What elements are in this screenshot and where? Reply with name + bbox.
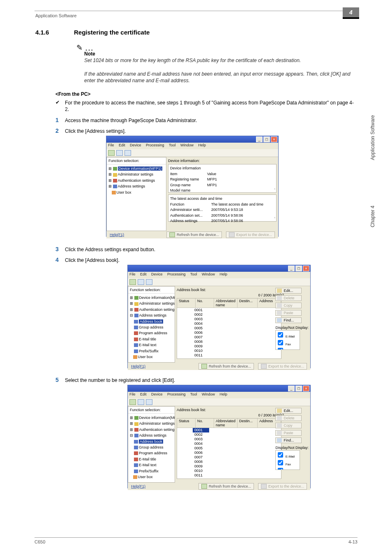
list-row[interactable]: 0001 [177,428,281,432]
edit-button[interactable]: Edit... [275,408,302,414]
help-link[interactable]: Help(F1) [131,484,145,488]
menu-file[interactable]: File [129,272,136,276]
tree-email-title[interactable]: E-Mail title [130,456,173,462]
list-row[interactable]: 0012 [177,358,281,359]
help-link[interactable]: Help(F1) [110,233,124,237]
list-row[interactable]: 0002 [177,312,281,317]
menu-help[interactable]: Help [220,392,228,396]
list-row[interactable]: 0003 [177,437,281,442]
toolbar-icon-3[interactable] [125,150,131,156]
menu-tool[interactable]: Tool [190,272,197,276]
help-link[interactable]: Help(F1) [131,364,145,368]
minimize-button[interactable]: _ [288,386,295,391]
toolbar-icon-3[interactable] [146,399,152,405]
menu-processing[interactable]: Processing [167,392,186,396]
menu-tool[interactable]: Tool [169,143,176,147]
export-button[interactable]: Export to the device... [226,231,275,238]
tree-program-address[interactable]: Program address [130,450,173,456]
list-row[interactable]: 0006 [177,451,281,455]
toolbar-icon-1[interactable] [129,279,136,285]
copy-button[interactable]: Copy [275,303,302,308]
tree-auth-settings[interactable]: ⊞ Authentication settings [130,427,173,432]
list-row[interactable]: 0006 [177,331,281,335]
menu-window[interactable]: Window [180,143,194,147]
tree-group-address[interactable]: Group address [130,324,173,330]
edit-button[interactable]: Edit... [275,288,302,294]
display-filter-list[interactable]: E-Mail Fax FTP SMB [275,330,300,350]
export-button[interactable]: Export to the device... [258,483,307,490]
menu-help[interactable]: Help [198,143,206,147]
tree-auth-settings[interactable]: ⊞ Authentication settings [130,307,173,312]
col-destination[interactable]: Destin... [238,298,258,308]
refresh-button[interactable]: Refresh from the device... [166,231,222,238]
list-row[interactable]: 0003 [177,317,281,321]
tree-email-title[interactable]: E-Mail title [130,336,173,342]
list-row[interactable]: 0007 [177,455,281,460]
minimize-button[interactable]: _ [288,266,295,271]
tree-user-box[interactable]: User box [130,354,173,360]
col-status[interactable]: Status [177,419,196,428]
menu-edit[interactable]: Edit [119,143,125,147]
tree-auth-settings[interactable]: ⊞ Authentication settings [108,178,164,183]
menu-file[interactable]: File [129,392,136,396]
tree-email-text[interactable]: E-Mail text [130,342,173,348]
list-row[interactable]: 0012 [177,478,281,479]
tree-device-info[interactable]: ⊞ Device information(MFP1) [108,166,164,171]
scroll-right-icon[interactable]: › [274,215,275,220]
list-row[interactable]: 0007 [177,335,281,340]
tree-address-settings[interactable]: ⊟ Address settings [130,432,173,438]
delete-button[interactable]: Delete [275,295,302,301]
chk-email[interactable] [278,332,283,338]
list-row[interactable]: 0008 [177,340,281,344]
chk-fax[interactable] [278,340,283,345]
maximize-button[interactable]: □ [295,266,302,271]
tree-group-address[interactable]: Group address [130,444,173,450]
menu-device[interactable]: Device [151,392,163,396]
list-row[interactable]: 0009 [177,344,281,349]
tree-prefix-suffix[interactable]: Prefix/Suffix [130,468,173,474]
tree-admin-settings[interactable]: ⊞ Administrator settings [130,421,173,426]
minimize-button[interactable]: _ [256,136,263,142]
paste-button[interactable]: Paste [275,310,302,316]
display-filter-list[interactable]: E-Mail Fax FTP SMB [275,450,300,470]
close-button[interactable]: × [303,386,309,391]
refresh-button[interactable]: Refresh from the device... [198,363,254,370]
tree-device-info[interactable]: ⊞ Device information(MFP1) [130,295,173,301]
list-row[interactable]: 0005 [177,326,281,331]
col-abbr-name[interactable]: Abbreviated name [214,419,238,428]
list-row[interactable]: 0010 [177,469,281,473]
menu-tool[interactable]: Tool [190,392,197,396]
menu-edit[interactable]: Edit [140,272,147,276]
col-no[interactable]: No. [196,298,214,308]
list-row[interactable]: 0004 [177,442,281,446]
col-destination[interactable]: Destin... [238,419,258,428]
tree-prefix-suffix[interactable]: Prefix/Suffix [130,348,173,354]
maximize-button[interactable]: □ [263,136,270,142]
menu-device[interactable]: Device [151,272,163,276]
scroll-right-icon[interactable]: › [274,187,275,192]
tree-program-address[interactable]: Program address [130,330,173,336]
list-row[interactable]: 0008 [177,460,281,464]
export-button[interactable]: Export to the device... [258,363,307,370]
list-row[interactable]: 0005 [177,446,281,451]
tree-user-box[interactable]: User box [130,474,173,480]
toolbar-icon-1[interactable] [108,150,115,156]
list-row[interactable]: 0002 [177,432,281,437]
copy-button[interactable]: Copy [275,423,302,428]
list-row[interactable]: 0011 [177,353,281,358]
tree-email-text[interactable]: E-Mail text [130,462,173,468]
delete-button[interactable]: Delete [275,415,302,421]
refresh-button[interactable]: Refresh from the device... [198,483,254,490]
toolbar-icon-2[interactable] [138,279,144,285]
paste-button[interactable]: Paste [275,430,302,436]
list-row[interactable]: 0009 [177,464,281,469]
toolbar-icon-2[interactable] [138,399,144,405]
menu-window[interactable]: Window [202,272,215,276]
find-button[interactable]: Find... [275,437,302,443]
col-abbr-name[interactable]: Abbreviated name [214,298,238,308]
col-status[interactable]: Status [177,298,196,308]
tree-address-book[interactable]: Address book [130,319,173,324]
tree-address-settings[interactable]: ⊟ Address settings [130,312,173,318]
close-button[interactable]: × [303,266,309,271]
chk-ftp[interactable] [278,348,283,350]
